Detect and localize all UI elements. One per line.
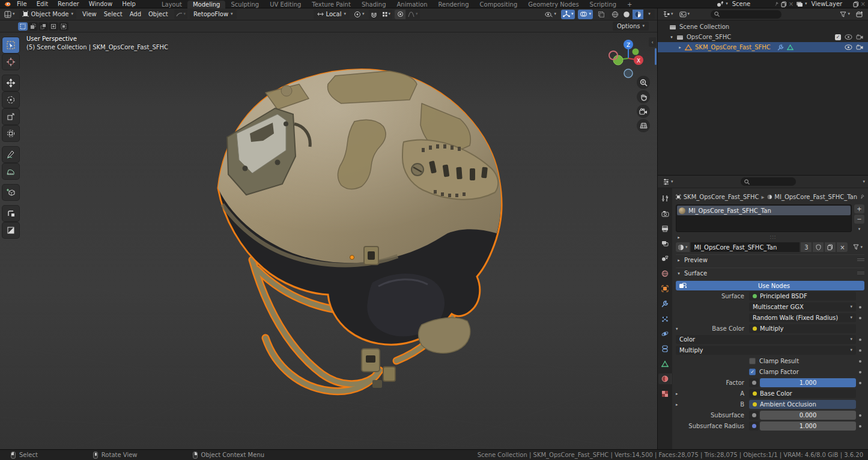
mix-type-dropdown[interactable]: Color▾ — [676, 335, 856, 344]
properties-editor-type-button[interactable]: ▾ — [661, 177, 675, 186]
clamp-factor-checkbox[interactable]: ✓ — [749, 369, 756, 375]
menu-file[interactable]: File — [12, 0, 32, 8]
options-dropdown[interactable]: Options ▾ — [613, 22, 649, 31]
fake-user-shield-button[interactable] — [813, 242, 824, 252]
shading-material-preview-button[interactable] — [633, 10, 643, 19]
material-slot-list[interactable]: MI_OpsCore_Fast_SFHC_Tan — [676, 204, 852, 232]
tab-constraints[interactable] — [658, 343, 672, 354]
breadcrumb-object[interactable]: SKM_OpsCore_Fast_SFHC — [684, 194, 759, 200]
menu-edit[interactable]: Edit — [32, 0, 53, 8]
tool-inset[interactable] — [2, 222, 19, 238]
properties-options-chevron[interactable]: ▾ — [863, 180, 865, 184]
tool-select-box[interactable] — [2, 37, 19, 53]
slot-specials-dropdown[interactable]: ▾ — [854, 225, 864, 234]
tool-measure[interactable] — [2, 164, 19, 179]
outliner-row-scene-collection[interactable]: Scene Collection — [658, 22, 868, 32]
panel-drag-grip[interactable] — [857, 259, 864, 262]
use-nodes-button[interactable]: Use Nodes — [676, 281, 864, 290]
select-mode-set-button[interactable] — [18, 22, 28, 31]
tab-object[interactable] — [658, 283, 672, 294]
helmet-object[interactable] — [210, 66, 520, 436]
menu-add[interactable]: Add — [126, 11, 145, 17]
tab-tool[interactable] — [658, 193, 672, 204]
expand-base-color[interactable]: ▾ — [676, 327, 683, 331]
outliner-filter-dropdown[interactable]: ▾ — [838, 10, 852, 19]
new-collection-button[interactable] — [854, 10, 865, 19]
subsurface-socket[interactable] — [749, 411, 759, 420]
perspective-toggle-button[interactable] — [637, 119, 650, 132]
sidebar-collapse-tab[interactable]: ‹ — [649, 37, 656, 47]
panel-drag-grip[interactable] — [857, 272, 864, 275]
remove-slot-button[interactable]: − — [854, 215, 864, 224]
tab-modeling[interactable]: Modeling — [187, 1, 226, 8]
panel-preview[interactable]: ▸ Preview — [676, 254, 864, 265]
tab-particles[interactable] — [658, 313, 672, 324]
add-workspace-button[interactable]: + — [622, 1, 637, 8]
a-input-field[interactable]: Base Color — [749, 389, 856, 398]
scene-name[interactable]: Scene — [730, 1, 772, 7]
proportional-falloff-dropdown[interactable]: ▾ — [406, 10, 420, 19]
base-color-node-field[interactable]: Multiply — [749, 324, 856, 333]
tab-uv-editing[interactable]: UV Editing — [264, 1, 306, 8]
decorator-dot[interactable] — [859, 317, 861, 319]
tab-render[interactable] — [658, 208, 672, 219]
mode-dropdown[interactable]: Object Mode ▾ — [19, 10, 77, 19]
snap-settings-dropdown[interactable]: ▾ — [380, 10, 393, 19]
hide-eye-icon[interactable] — [845, 34, 852, 40]
select-mode-invert-button[interactable] — [49, 22, 58, 31]
show-overlays-toggle[interactable]: ▾ — [578, 10, 593, 19]
menu-help[interactable]: Help — [117, 0, 141, 8]
camera-view-button[interactable] — [637, 105, 650, 118]
hide-eye-icon[interactable] — [845, 44, 852, 50]
decorator-dot[interactable] — [859, 349, 861, 352]
material-users-count-button[interactable]: 3 — [801, 242, 812, 252]
scene-icon[interactable] — [717, 1, 724, 7]
tab-physics[interactable] — [658, 328, 672, 339]
decorator-dot[interactable] — [859, 414, 861, 417]
tool-transform[interactable] — [2, 126, 19, 141]
viewlayer-icon[interactable] — [796, 1, 803, 7]
select-mode-intersect-button[interactable] — [59, 22, 68, 31]
modifier-wrench-icon[interactable] — [777, 44, 784, 51]
material-link-dropdown[interactable]: ▾ — [851, 242, 864, 252]
tool-rotate[interactable] — [2, 92, 19, 108]
select-mode-subtract-button[interactable] — [38, 22, 48, 31]
show-gizmo-toggle[interactable]: ▾ — [561, 10, 575, 19]
unlink-material-button[interactable]: × — [837, 242, 848, 252]
blend-mode-dropdown[interactable]: Multiply▾ — [676, 346, 856, 355]
decorator-dot[interactable] — [859, 360, 861, 363]
tab-output[interactable] — [658, 223, 672, 234]
expand-b-input[interactable]: ▸ — [676, 402, 683, 407]
tab-sculpting[interactable]: Sculpting — [225, 1, 264, 8]
add-slot-button[interactable]: + — [854, 204, 864, 213]
tab-texture-paint[interactable]: Texture Paint — [306, 1, 356, 8]
zoom-button[interactable] — [637, 76, 650, 89]
tab-compositing[interactable]: Compositing — [475, 1, 523, 8]
viewport-3d[interactable]: User Perspective (5) Scene Collection | … — [0, 32, 657, 449]
menu-render[interactable]: Render — [53, 0, 84, 8]
subsurface-slider[interactable]: 0.000 — [760, 411, 856, 420]
active-tool-dropdown[interactable]: ▾ — [174, 10, 188, 19]
tool-add-cube[interactable] — [2, 185, 19, 200]
outliner-search-input[interactable] — [711, 10, 782, 19]
b-input-field[interactable]: Ambient Occlusion — [749, 400, 856, 409]
viewlayer-new-icon[interactable] — [853, 1, 859, 7]
tool-scale[interactable] — [2, 109, 19, 124]
tab-scene[interactable] — [658, 253, 672, 264]
tab-texture[interactable] — [658, 388, 672, 399]
tool-extrude[interactable] — [2, 206, 19, 221]
tab-object-data[interactable] — [658, 358, 672, 369]
outliner-editor-type-button[interactable]: ▾ — [661, 10, 675, 19]
factor-socket[interactable] — [749, 378, 759, 387]
slot-list-grip[interactable]: ▸ ::: — [676, 234, 864, 241]
properties-search-input[interactable] — [741, 177, 796, 186]
factor-slider[interactable]: 1.000 — [760, 378, 856, 387]
scene-new-icon[interactable] — [781, 1, 787, 7]
tool-move[interactable] — [2, 75, 19, 91]
menu-select[interactable]: Select — [100, 11, 126, 17]
menu-view[interactable]: View — [79, 11, 100, 17]
menu-object[interactable]: Object — [145, 11, 172, 17]
shading-dropdown[interactable]: ▾ — [644, 10, 655, 19]
tab-scripting[interactable]: Scripting — [584, 1, 622, 8]
tab-geometry-nodes[interactable]: Geometry Nodes — [523, 1, 584, 8]
